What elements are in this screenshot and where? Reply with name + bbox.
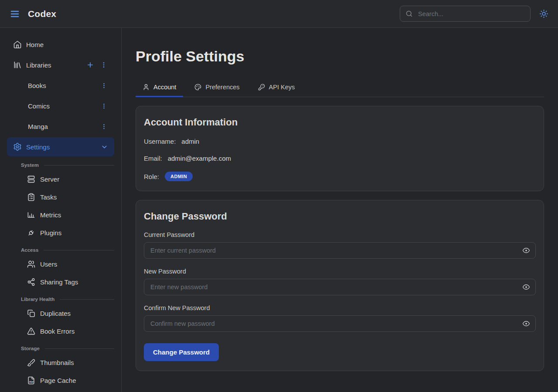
chevron-down-icon (101, 143, 108, 151)
kebab-icon (101, 82, 107, 89)
sidebar-item-label: Duplicates (40, 310, 71, 317)
user-icon (143, 84, 150, 91)
key-icon (258, 84, 265, 91)
search-icon (405, 10, 413, 17)
current-password-input[interactable] (144, 242, 536, 259)
add-library-button[interactable] (85, 60, 95, 70)
toggle-confirm-password-visibility-button[interactable] (517, 315, 535, 332)
section-label: Access (21, 247, 38, 253)
pdf-file-icon: PDF (27, 376, 35, 385)
sidebar-item-books[interactable]: Books (7, 76, 114, 95)
username-value: admin (181, 138, 199, 145)
sidebar-item-label: Books (28, 82, 95, 89)
palette-icon (194, 84, 201, 91)
sidebar-item-libraries[interactable]: Libraries (7, 55, 114, 74)
sidebar-item-plugins[interactable]: Plugins (7, 224, 114, 241)
toggle-current-password-visibility-button[interactable] (517, 242, 535, 259)
search-input[interactable] (417, 10, 525, 18)
manga-menu-button[interactable] (100, 122, 108, 131)
eye-icon (522, 247, 530, 254)
section-divider (60, 299, 114, 300)
sidebar-item-comics[interactable]: Comics (7, 96, 114, 115)
server-icon (27, 175, 35, 183)
username-row: Username: admin (144, 138, 536, 145)
search-box[interactable] (400, 6, 531, 22)
sun-icon (539, 9, 548, 18)
sidebar-item-label: Settings (26, 143, 96, 151)
sidebar-item-page-cache[interactable]: PDF Page Cache (7, 372, 114, 389)
gear-icon (13, 142, 22, 151)
library-icon (13, 61, 22, 69)
sidebar-item-tasks[interactable]: Tasks (7, 188, 114, 206)
topbar: Codex (0, 0, 558, 28)
sidebar-item-label: Sharing Tags (40, 278, 78, 286)
menu-button[interactable] (8, 7, 22, 21)
tab-api-keys[interactable]: API Keys (251, 80, 302, 97)
sidebar-item-users[interactable]: Users (7, 255, 114, 273)
eye-icon (522, 320, 530, 328)
page-title: Profile Settings (136, 48, 544, 65)
paintbrush-icon (27, 358, 35, 367)
sidebar-item-label: Plugins (40, 229, 61, 237)
tab-label: Preferences (205, 84, 239, 91)
confirm-password-input[interactable] (144, 315, 536, 332)
kebab-icon (101, 103, 107, 109)
bar-chart-icon (27, 211, 35, 219)
sidebar-item-settings[interactable]: Settings (7, 137, 114, 156)
confirm-password-label: Confirm New Password (144, 304, 536, 311)
copy-icon (27, 309, 35, 318)
clipboard-icon (27, 193, 35, 201)
sidebar-item-book-errors[interactable]: Book Errors (7, 322, 114, 340)
sidebar-item-label: Page Cache (40, 377, 76, 384)
sidebar-item-home[interactable]: Home (7, 35, 114, 54)
sidebar-item-label: Tasks (40, 193, 57, 201)
sidebar-section-access: Access (21, 247, 114, 253)
email-label: Email: (144, 155, 162, 162)
users-icon (27, 260, 35, 268)
sidebar-item-thumbnails[interactable]: Thumbnails (7, 354, 114, 371)
confirm-password-field: Confirm New Password (144, 304, 536, 332)
section-divider (44, 165, 114, 166)
section-label: Library Health (21, 297, 54, 302)
role-row: Role: ADMIN (144, 172, 536, 181)
tab-label: API Keys (269, 84, 295, 91)
sidebar-item-duplicates[interactable]: Duplicates (7, 304, 114, 322)
kebab-icon (100, 61, 107, 68)
role-label: Role: (144, 173, 159, 180)
new-password-field: New Password (144, 268, 536, 295)
kebab-icon (101, 123, 107, 130)
sidebar-item-label: Book Errors (40, 328, 75, 335)
libraries-menu-button[interactable] (99, 61, 108, 69)
share-icon (27, 278, 35, 286)
main-content: Profile Settings Account Preferences API… (122, 28, 558, 392)
comics-menu-button[interactable] (100, 102, 108, 110)
sidebar-item-manga[interactable]: Manga (7, 117, 114, 136)
app-title: Codex (28, 9, 56, 19)
books-menu-button[interactable] (100, 81, 108, 90)
tab-account[interactable]: Account (136, 80, 183, 97)
section-label: System (21, 162, 39, 168)
sidebar-item-sharing-tags[interactable]: Sharing Tags (7, 273, 114, 291)
sidebar-item-label: Libraries (26, 61, 81, 69)
theme-toggle-button[interactable] (538, 7, 550, 20)
tab-preferences[interactable]: Preferences (187, 80, 246, 97)
sidebar-item-label: Users (40, 260, 57, 268)
account-information-card: Account Information Username: admin Emai… (136, 106, 544, 191)
sidebar-item-label: Home (26, 41, 108, 48)
warning-triangle-icon (27, 327, 35, 335)
username-label: Username: (144, 138, 176, 145)
plug-icon (27, 229, 35, 237)
new-password-input[interactable] (144, 279, 536, 295)
sidebar-item-metrics[interactable]: Metrics (7, 206, 114, 223)
section-label: Storage (21, 346, 40, 351)
sidebar-item-label: Metrics (40, 211, 61, 219)
card-title: Change Password (144, 211, 536, 222)
section-divider (45, 348, 114, 349)
sidebar-item-label: Comics (28, 102, 95, 110)
svg-text:PDF: PDF (29, 381, 34, 383)
toggle-new-password-visibility-button[interactable] (517, 279, 535, 295)
sidebar-item-server[interactable]: Server (7, 170, 114, 188)
change-password-button[interactable]: Change Password (144, 343, 219, 361)
hamburger-icon (10, 9, 20, 19)
sidebar-item-label: Manga (28, 123, 95, 130)
